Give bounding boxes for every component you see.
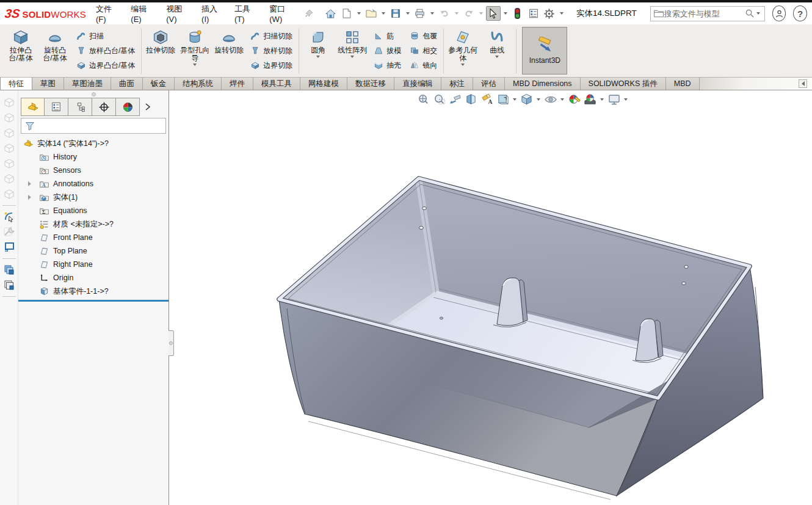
tab-mesh-modeling[interactable]: 网格建模 <box>300 78 347 90</box>
tab-mold-tools[interactable]: 模具工具 <box>253 78 300 90</box>
save-dropdown[interactable] <box>406 12 410 15</box>
view-cube-icon[interactable] <box>3 188 15 200</box>
curves-dropdown[interactable] <box>495 56 499 58</box>
linear-pattern-dropdown[interactable] <box>350 56 354 58</box>
section-view-button[interactable] <box>463 92 479 107</box>
select-tool-button[interactable] <box>486 6 501 21</box>
view-cube-icon[interactable] <box>3 142 15 154</box>
tree-item-front-plane[interactable]: Front Plane <box>18 231 169 244</box>
menu-tools[interactable]: 工具(T) <box>228 1 261 26</box>
extruded-boss-button[interactable]: 拉伸凸台/基体 <box>4 26 38 77</box>
rollback-bar[interactable] <box>18 300 169 302</box>
boundary-cut-button[interactable]: 边界切除 <box>248 59 294 71</box>
part-model-tray[interactable] <box>169 90 812 505</box>
boundary-boss-button[interactable]: 边界凸台/基体 <box>74 59 137 71</box>
tree-item-solid-bodies[interactable]: 实体(1) <box>18 191 169 204</box>
hole-wizard-button[interactable]: 异型孔向导 <box>178 26 212 77</box>
previous-view-button[interactable] <box>448 92 463 107</box>
fillet-button[interactable]: 圆角 <box>301 26 335 77</box>
collapse-pane-button[interactable] <box>799 79 807 88</box>
task-list-button[interactable] <box>526 6 541 21</box>
panel-splitter-handle[interactable] <box>169 330 174 356</box>
property-manager-tab[interactable] <box>45 98 68 116</box>
linear-pattern-button[interactable]: 线性阵列 <box>335 26 369 77</box>
tree-filter-box[interactable] <box>21 118 166 134</box>
tree-item-right-plane[interactable]: Right Plane <box>18 258 169 271</box>
tab-sketch[interactable]: 草图 <box>32 78 64 90</box>
undo-dropdown[interactable] <box>455 12 459 15</box>
draft-button[interactable]: 拔模 <box>372 45 403 57</box>
zoom-to-fit-button[interactable] <box>416 92 431 107</box>
open-dropdown[interactable] <box>382 12 385 15</box>
layers-all-icon[interactable] <box>3 279 15 291</box>
hole-wizard-dropdown[interactable] <box>193 64 197 66</box>
curves-button[interactable]: 曲线 <box>480 26 514 77</box>
tab-direct-editing[interactable]: 直接编辑 <box>394 78 441 90</box>
options-dropdown[interactable] <box>560 12 564 15</box>
hide-show-items-button[interactable] <box>543 92 558 107</box>
help-button[interactable]: ? <box>793 5 807 21</box>
layers-front-icon[interactable] <box>3 264 15 276</box>
reference-geometry-dropdown[interactable] <box>461 64 465 66</box>
expand-arrow-icon[interactable] <box>28 181 31 186</box>
view-settings-dropdown[interactable] <box>624 98 628 101</box>
dynamic-annotation-views-button[interactable]: A <box>479 92 495 107</box>
zoom-to-area-button[interactable] <box>432 92 447 107</box>
view-cube-icon[interactable] <box>3 96 15 109</box>
tab-evaluate[interactable]: 评估 <box>473 78 505 90</box>
pin-menu-icon[interactable] <box>304 9 314 18</box>
menu-file[interactable]: 文件(F) <box>90 1 122 26</box>
swept-boss-button[interactable]: 扫描 <box>74 30 137 42</box>
intersect-button[interactable]: 相交 <box>408 45 439 57</box>
reference-geometry-button[interactable]: 参考几何体 <box>446 26 480 77</box>
tab-mbd-dimensions[interactable]: MBD Dimensions <box>505 78 581 90</box>
tree-item-origin[interactable]: Origin <box>18 271 169 285</box>
tab-structure-system[interactable]: 结构系统 <box>175 78 222 90</box>
swept-cut-button[interactable]: 扫描切除 <box>248 30 294 42</box>
featuremanager-tree-tab[interactable] <box>21 98 45 116</box>
user-account-button[interactable] <box>772 5 786 21</box>
expand-arrow-icon[interactable] <box>28 195 31 200</box>
tree-item-top-plane[interactable]: Top Plane <box>18 244 169 258</box>
tree-root-part[interactable]: 实体14 ("实体14")->? <box>18 137 169 150</box>
tree-item-annotations[interactable]: A Annotations <box>18 177 169 191</box>
wrap-button[interactable]: 包覆 <box>408 30 439 42</box>
open-button[interactable] <box>364 6 379 21</box>
options-gear-button[interactable] <box>542 6 557 21</box>
sketch-context-icon[interactable] <box>3 211 15 223</box>
search-icon[interactable] <box>745 9 755 18</box>
menu-insert[interactable]: 插入(I) <box>195 1 226 26</box>
view-cube-icon[interactable] <box>3 173 15 185</box>
screen-target-icon[interactable] <box>3 241 15 253</box>
shell-button[interactable]: 抽壳 <box>372 59 403 71</box>
extruded-cut-button[interactable]: 拉伸切除 <box>143 26 178 77</box>
hide-show-dropdown[interactable] <box>560 98 564 101</box>
tab-annotation[interactable]: 标注 <box>441 78 473 90</box>
feature-manager-expand-button[interactable] <box>140 98 156 116</box>
new-document-button[interactable] <box>339 6 354 21</box>
configuration-manager-tab[interactable] <box>68 98 92 116</box>
display-style-dropdown[interactable] <box>537 98 540 101</box>
tree-item-sensors[interactable]: Sensors <box>18 164 169 177</box>
redo-dropdown[interactable] <box>479 12 483 15</box>
search-input[interactable] <box>664 9 745 18</box>
apply-scene-dropdown[interactable] <box>600 98 604 101</box>
tab-surfaces[interactable]: 曲面 <box>111 78 143 90</box>
tree-item-base-part[interactable]: 基体零件-1-1->? <box>18 285 169 298</box>
view-cube-icon[interactable] <box>3 127 15 139</box>
print-dropdown[interactable] <box>430 12 434 15</box>
edit-appearance-button[interactable] <box>567 92 582 107</box>
tab-data-migration[interactable]: 数据迁移 <box>347 78 394 90</box>
save-button[interactable] <box>388 6 403 21</box>
search-dropdown[interactable] <box>756 12 760 15</box>
print-button[interactable] <box>413 6 427 21</box>
dimxpert-manager-tab[interactable] <box>92 98 116 116</box>
menu-view[interactable]: 视图(V) <box>160 1 193 26</box>
apply-scene-button[interactable] <box>582 92 598 107</box>
menu-window[interactable]: 窗口(W) <box>263 1 298 26</box>
display-manager-tab[interactable] <box>116 98 140 116</box>
fillet-dropdown[interactable] <box>316 56 320 58</box>
tree-item-equations[interactable]: Σ Equations <box>18 204 169 217</box>
undo-button[interactable] <box>437 6 452 21</box>
view-orientation-dropdown[interactable] <box>513 98 517 101</box>
